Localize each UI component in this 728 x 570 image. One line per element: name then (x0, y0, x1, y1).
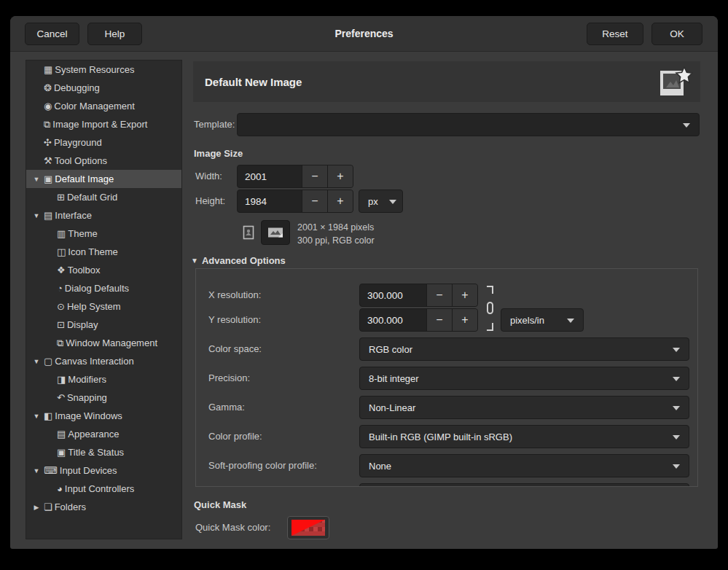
sidebar-item-label: Display (67, 316, 98, 334)
y-resolution-spinbox: 300.000 − + (359, 308, 478, 332)
sidebar-item-system-resources[interactable]: ▦System Resources (26, 60, 181, 79)
input-controllers-icon: ◕ (57, 484, 63, 493)
page-header: Default New Image (193, 61, 700, 102)
soft-proofing-color-profile-combobox[interactable]: None (359, 454, 689, 477)
sidebar-item-canvas-interaction[interactable]: ▼▢Canvas Interaction (26, 352, 181, 370)
sidebar-item-input-controllers[interactable]: ◕Input Controllers (26, 480, 181, 498)
height-decrement-button[interactable]: − (302, 190, 327, 212)
sidebar-item-input-devices[interactable]: ▼⌨Input Devices (26, 461, 181, 480)
quick-mask-color-button[interactable] (287, 516, 329, 539)
width-spinbox: 2001 − + (237, 165, 353, 188)
default-grid-icon: ⊞ (57, 192, 65, 202)
height-increment-button[interactable]: + (327, 190, 353, 212)
sidebar-item-window-management[interactable]: ⧉Window Management (26, 334, 181, 352)
width-increment-button[interactable]: + (327, 165, 353, 187)
advanced-options-heading: Advanced Options (202, 255, 286, 266)
width-label: Width: (195, 165, 222, 188)
x-resolution-increment-button[interactable]: + (452, 284, 477, 306)
resolution-unit-combobox[interactable]: pixels/in (501, 308, 584, 332)
sidebar-item-label: Interface (55, 206, 92, 225)
reset-button[interactable]: Reset (587, 23, 643, 45)
folders-icon: ❏ (44, 502, 52, 512)
color-management-icon: ◉ (44, 101, 52, 111)
sidebar-item-folders[interactable]: ▶❏Folders (26, 498, 181, 516)
expander-open-icon[interactable]: ▼ (32, 176, 41, 183)
x-resolution-label: X resolution: (208, 284, 261, 307)
color-space-combobox[interactable]: RGB color (359, 337, 689, 361)
expander-open-icon[interactable]: ▼ (32, 467, 41, 475)
sidebar-item-debugging[interactable]: ❂Debugging (26, 79, 181, 97)
sidebar-item-label: Icon Theme (68, 243, 117, 261)
sidebar-item-dialog-defaults[interactable]: ◔Dialog Defaults (26, 279, 181, 297)
sidebar-item-default-grid[interactable]: ⊞Default Grid (26, 188, 181, 206)
clipped-combobox[interactable] (359, 483, 689, 487)
sidebar-item-label: Snapping (67, 389, 107, 407)
x-resolution-input[interactable]: 300.000 (360, 284, 426, 306)
display-icon: ⊡ (57, 320, 65, 329)
sidebar-item-icon-theme[interactable]: ◫Icon Theme (26, 243, 181, 261)
y-resolution-decrement-button[interactable]: − (426, 309, 452, 331)
sidebar-item-snapping[interactable]: ↶Snapping (26, 389, 181, 407)
width-decrement-button[interactable]: − (302, 165, 327, 187)
color-profile-combobox[interactable]: Built-in RGB (GIMP built-in sRGB) (359, 425, 689, 448)
tool-options-icon: ⚒ (44, 156, 52, 165)
sidebar-item-label: Input Devices (60, 461, 117, 480)
sidebar-item-modifiers[interactable]: ◨Modifiers (26, 370, 181, 389)
sidebar-item-display[interactable]: ⊡Display (26, 316, 181, 334)
sidebar-item-label: Theme (68, 225, 97, 243)
sidebar-item-label: Dialog Defaults (65, 279, 129, 297)
sidebar-item-default-image[interactable]: ▼▣Default Image (26, 170, 181, 188)
expander-closed-icon[interactable]: ▶ (32, 504, 41, 511)
height-spinbox: 1984 − + (237, 190, 353, 213)
x-resolution-decrement-button[interactable]: − (426, 284, 452, 306)
sidebar-item-tool-options[interactable]: ⚒Tool Options (26, 152, 181, 170)
y-resolution-increment-button[interactable]: + (452, 309, 477, 331)
sidebar-item-color-management[interactable]: ◉Color Management (26, 97, 181, 115)
snapping-icon: ↶ (57, 393, 65, 402)
icon-theme-icon: ◫ (57, 247, 66, 257)
advanced-options-expander[interactable]: ▼Advanced Options (191, 255, 286, 266)
sidebar-item-label: Title & Status (68, 443, 124, 461)
precision-combobox[interactable]: 8-bit integer (359, 367, 689, 390)
sidebar-item-toolbox[interactable]: ❖Toolbox (26, 261, 181, 279)
ok-button[interactable]: OK (651, 23, 702, 45)
gamma-combobox[interactable]: Non-Linear (359, 396, 689, 419)
expander-open-icon[interactable]: ▼ (32, 358, 41, 365)
quick-mask-color-label: Quick Mask color: (195, 516, 270, 539)
size-unit-combobox[interactable]: px (359, 190, 403, 213)
appearance-icon: ▤ (57, 429, 66, 439)
sidebar-item-image-windows[interactable]: ▼◧Image Windows (26, 407, 181, 425)
sidebar-item-appearance[interactable]: ▤Appearance (26, 425, 181, 443)
chevron-down-icon (673, 435, 680, 440)
resolution-chain-link-icon[interactable] (485, 285, 495, 335)
help-button[interactable]: Help (87, 23, 142, 45)
sidebar-item-playground[interactable]: ✣Playground (26, 133, 181, 152)
y-resolution-input[interactable]: 300.000 (360, 309, 426, 331)
chevron-down-icon (683, 123, 690, 128)
portrait-orientation-button[interactable] (239, 220, 258, 245)
template-combobox[interactable] (237, 113, 700, 136)
title-status-icon: ▣ (57, 448, 66, 457)
modifiers-icon: ◨ (57, 375, 66, 384)
landscape-orientation-button[interactable] (261, 220, 290, 245)
sidebar-item-help-system[interactable]: ⊙Help System (26, 297, 181, 316)
color-profile-label: Color profile: (208, 425, 262, 448)
sidebar-item-label: System Resources (55, 60, 134, 79)
expander-open-icon[interactable]: ▼ (32, 413, 41, 420)
chevron-down-icon (673, 406, 680, 410)
sidebar-item-image-import-export[interactable]: ⧉Image Import & Export (26, 115, 181, 133)
height-label: Height: (195, 190, 225, 213)
sidebar-item-interface[interactable]: ▼▤Interface (26, 206, 181, 225)
sidebar-item-theme[interactable]: ▥Theme (26, 225, 181, 243)
page-title: Default New Image (205, 61, 302, 102)
cancel-button[interactable]: Cancel (25, 23, 79, 45)
sidebar-item-label: Default Image (55, 170, 114, 188)
quick-mask-heading: Quick Mask (194, 499, 246, 510)
height-input[interactable]: 1984 (238, 190, 302, 212)
chevron-down-icon (567, 319, 574, 323)
width-input[interactable]: 2001 (238, 165, 302, 187)
expander-open-icon[interactable]: ▼ (32, 212, 41, 219)
sidebar-item-title-status[interactable]: ▣Title & Status (26, 443, 181, 461)
dialog-defaults-icon: ◔ (57, 284, 63, 293)
sidebar-item-label: Image Import & Export (52, 115, 147, 133)
